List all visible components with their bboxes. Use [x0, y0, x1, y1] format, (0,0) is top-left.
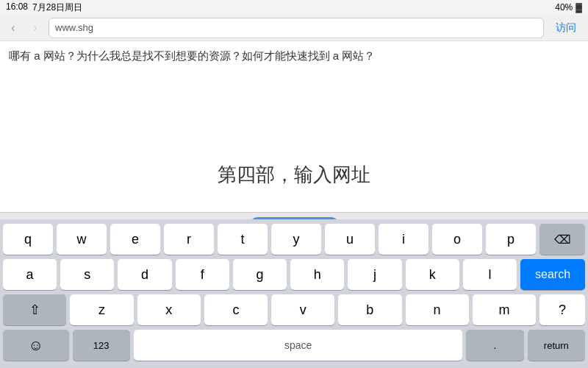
key-g[interactable]: g	[233, 259, 287, 290]
time: 16:08	[6, 1, 28, 14]
keyboard-row-4: ☺ 123 space . return	[3, 330, 585, 361]
key-i[interactable]: i	[379, 224, 429, 255]
key-d[interactable]: d	[118, 259, 171, 290]
key-y[interactable]: y	[271, 224, 321, 255]
page-text: 哪有 a 网站？为什么我总是找不到想要的资源？如何才能快速找到 a 网站？	[9, 47, 579, 65]
search-button[interactable]: search	[520, 259, 585, 290]
key-v[interactable]: v	[271, 294, 334, 325]
key-h[interactable]: h	[290, 259, 344, 290]
space-button[interactable]: space	[134, 330, 463, 361]
key-m[interactable]: m	[473, 294, 536, 325]
browser-toolbar: ‹ › www.shg 访问	[0, 15, 588, 41]
battery-icon: ▓	[576, 2, 582, 13]
number-switch-button[interactable]: 123	[73, 330, 130, 361]
key-a[interactable]: a	[3, 259, 57, 290]
url-text: www.shg	[55, 22, 93, 33]
keyboard-row-3: ⇧ z x c v b n m ?	[3, 294, 585, 325]
key-r[interactable]: r	[164, 224, 214, 255]
key-q[interactable]: q	[3, 224, 53, 255]
back-button[interactable]: ‹	[4, 19, 22, 37]
key-e[interactable]: e	[110, 224, 160, 255]
key-c[interactable]: c	[204, 294, 268, 325]
keyboard-row-2: a s d f g h j k l search	[3, 259, 585, 290]
date: 7月28日周日	[32, 1, 82, 14]
url-bar[interactable]: www.shg	[49, 18, 544, 38]
keyboard-row-1: q w e r t y u i o p ⌫	[3, 224, 585, 255]
key-w[interactable]: w	[57, 224, 107, 255]
section-title: 第四部，输入网址	[0, 162, 588, 188]
key-j[interactable]: j	[348, 259, 401, 290]
period-button[interactable]: .	[466, 330, 523, 361]
key-z[interactable]: z	[70, 294, 133, 325]
forward-button[interactable]: ›	[26, 19, 44, 37]
key-n[interactable]: n	[406, 294, 469, 325]
emoji-button[interactable]: ☺	[3, 330, 69, 361]
key-x[interactable]: x	[137, 294, 201, 325]
visit-button[interactable]: 访问	[548, 18, 584, 38]
key-p[interactable]: p	[486, 224, 536, 255]
key-question[interactable]: ?	[539, 294, 585, 325]
shift-button[interactable]: ⇧	[3, 294, 66, 325]
backspace-button[interactable]: ⌫	[539, 224, 585, 255]
key-s[interactable]: s	[60, 259, 114, 290]
status-left: 16:08 7月28日周日	[6, 1, 82, 14]
battery: 40%	[555, 2, 573, 13]
middle-section: 第四部，输入网址	[0, 162, 588, 198]
key-f[interactable]: f	[176, 259, 229, 290]
key-o[interactable]: o	[432, 224, 482, 255]
key-t[interactable]: t	[218, 224, 268, 255]
status-bar: 16:08 7月28日周日 40% ▓	[0, 0, 588, 15]
content-area: 哪有 a 网站？为什么我总是找不到想要的资源？如何才能快速找到 a 网站？	[0, 41, 588, 85]
return-button[interactable]: return	[528, 330, 585, 361]
key-l[interactable]: l	[463, 259, 517, 290]
key-u[interactable]: u	[325, 224, 375, 255]
key-k[interactable]: k	[406, 259, 459, 290]
key-b[interactable]: b	[338, 294, 401, 325]
keyboard: q w e r t y u i o p ⌫ a s d f g h j k l …	[0, 219, 588, 368]
status-right: 40% ▓	[555, 2, 582, 13]
